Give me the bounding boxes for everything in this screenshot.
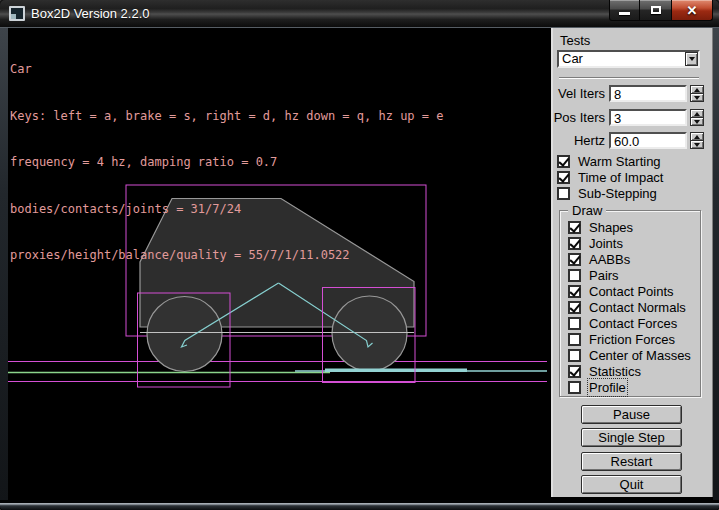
checkbox-label: Time of Impact [578, 170, 663, 185]
checkbox-label: Warm Starting [578, 154, 661, 169]
stats-line: Car [10, 62, 443, 78]
title-bar[interactable]: Box2D Version 2.2.0 ✕ [0, 0, 719, 28]
tests-dropdown[interactable]: Car [557, 50, 700, 68]
quit-button[interactable]: Quit [581, 475, 682, 494]
pos-iters-label: Pos Iters [553, 110, 605, 125]
checkbox-box[interactable] [568, 221, 581, 234]
separator [559, 77, 699, 79]
checkbox-box[interactable] [568, 317, 581, 330]
tests-dropdown-value: Car [559, 52, 685, 66]
stats-line: proxies/height/balance/quality = 55/7/1/… [10, 248, 443, 264]
app-icon[interactable] [9, 6, 25, 21]
pause-button[interactable]: Pause [581, 405, 682, 424]
checkbox-box[interactable] [557, 171, 570, 184]
window-frame-left [0, 28, 8, 502]
draw-group-title: Draw [568, 203, 606, 218]
arrow-down-icon [694, 143, 700, 147]
checkbox-label: AABBs [589, 252, 630, 267]
checkbox-contact-normals[interactable]: Contact Normals [568, 300, 686, 314]
window-controls: ✕ [609, 0, 713, 21]
checkbox-label: Pairs [589, 268, 619, 283]
checkbox-contact-points[interactable]: Contact Points [568, 284, 674, 298]
stats-line: frequency = 4 hz, damping ratio = 0.7 [10, 155, 443, 171]
vel-iters-down-button[interactable] [690, 94, 704, 102]
checkbox-box[interactable] [568, 269, 581, 282]
checkbox-joints[interactable]: Joints [568, 236, 623, 250]
hertz-stepper [690, 132, 704, 149]
checkbox-box[interactable] [568, 237, 581, 250]
checkbox-label: Statistics [589, 364, 641, 379]
checkbox-statistics[interactable]: Statistics [568, 364, 641, 378]
checkbox-box[interactable] [568, 349, 581, 362]
minimize-icon [619, 12, 630, 15]
stats-line: bodies/contacts/joints = 31/7/24 [10, 202, 443, 218]
hertz-down-button[interactable] [690, 141, 704, 149]
arrow-up-icon [694, 135, 700, 139]
restart-button[interactable]: Restart [581, 452, 682, 471]
checkbox-contact-forces[interactable]: Contact Forces [568, 316, 677, 330]
checkbox-sub-stepping[interactable]: Sub-Stepping [557, 186, 657, 200]
checkbox-box[interactable] [568, 333, 581, 346]
checkbox-pairs[interactable]: Pairs [568, 268, 619, 282]
checkbox-friction-forces[interactable]: Friction Forces [568, 332, 675, 346]
control-panel: Tests Car Vel Iters 8 Pos Iters 3 Hertz [551, 28, 713, 497]
window-title: Box2D Version 2.2.0 [31, 6, 150, 21]
checkbox-label: Center of Masses [589, 348, 691, 363]
vel-iters-label: Vel Iters [553, 86, 605, 101]
checkbox-box[interactable] [568, 381, 581, 394]
checkbox-box[interactable] [568, 285, 581, 298]
checkbox-time-of-impact[interactable]: Time of Impact [557, 170, 663, 184]
checkbox-shapes[interactable]: Shapes [568, 220, 633, 234]
checkbox-label: Contact Forces [589, 316, 677, 331]
hertz-label: Hertz [553, 133, 605, 148]
vel-iters-input[interactable]: 8 [609, 85, 687, 102]
close-button[interactable]: ✕ [671, 0, 713, 21]
checkbox-aabbs[interactable]: AABBs [568, 252, 630, 266]
pos-iters-stepper [690, 109, 704, 126]
pos-iters-row: Pos Iters 3 [553, 109, 715, 126]
maximize-icon [651, 6, 661, 14]
chevron-down-icon [689, 57, 695, 61]
checkbox-box[interactable] [557, 155, 570, 168]
vel-iters-up-button[interactable] [690, 85, 704, 94]
tests-dropdown-button[interactable] [685, 52, 698, 66]
hertz-input[interactable]: 60.0 [609, 132, 687, 149]
stats-block: Car Keys: left = a, brake = s, right = d… [10, 31, 443, 295]
window-frame-bottom [0, 500, 719, 510]
checkbox-label: Contact Points [589, 284, 674, 299]
draw-groupbox: Draw Shapes Joints AABBs Pairs Contact P… [559, 210, 701, 397]
single-step-button[interactable]: Single Step [581, 428, 682, 447]
checkbox-box[interactable] [568, 301, 581, 314]
stats-line: Keys: left = a, brake = s, right = d, hz… [10, 109, 443, 125]
minimize-button[interactable] [609, 0, 640, 21]
checkbox-label: Sub-Stepping [578, 186, 657, 201]
simulation-canvas[interactable]: Car Keys: left = a, brake = s, right = d… [8, 28, 547, 500]
checkbox-label: Friction Forces [589, 332, 675, 347]
app-window: Box2D Version 2.2.0 ✕ [0, 0, 719, 510]
checkbox-box[interactable] [568, 365, 581, 378]
hertz-row: Hertz 60.0 [553, 132, 715, 149]
tests-label: Tests [560, 33, 590, 48]
checkbox-label: Profile [589, 380, 626, 395]
checkbox-profile[interactable]: Profile [568, 380, 626, 394]
vel-iters-row: Vel Iters 8 [553, 85, 715, 102]
checkbox-box[interactable] [568, 253, 581, 266]
vel-iters-stepper [690, 85, 704, 102]
checkbox-label: Joints [589, 236, 623, 251]
pos-iters-up-button[interactable] [690, 109, 704, 118]
pos-iters-down-button[interactable] [690, 118, 704, 126]
checkbox-label: Contact Normals [589, 300, 686, 315]
close-icon: ✕ [687, 4, 698, 17]
maximize-button[interactable] [640, 0, 671, 21]
wheel-left [147, 297, 222, 372]
arrow-up-icon [694, 112, 700, 116]
pos-iters-input[interactable]: 3 [609, 109, 687, 126]
arrow-down-icon [694, 120, 700, 124]
hertz-up-button[interactable] [690, 132, 704, 141]
checkbox-box[interactable] [557, 187, 570, 200]
bridge-segment [325, 369, 467, 373]
checkbox-label: Shapes [589, 220, 633, 235]
arrow-down-icon [694, 96, 700, 100]
checkbox-warm-starting[interactable]: Warm Starting [557, 154, 661, 168]
checkbox-center-of-masses[interactable]: Center of Masses [568, 348, 691, 362]
